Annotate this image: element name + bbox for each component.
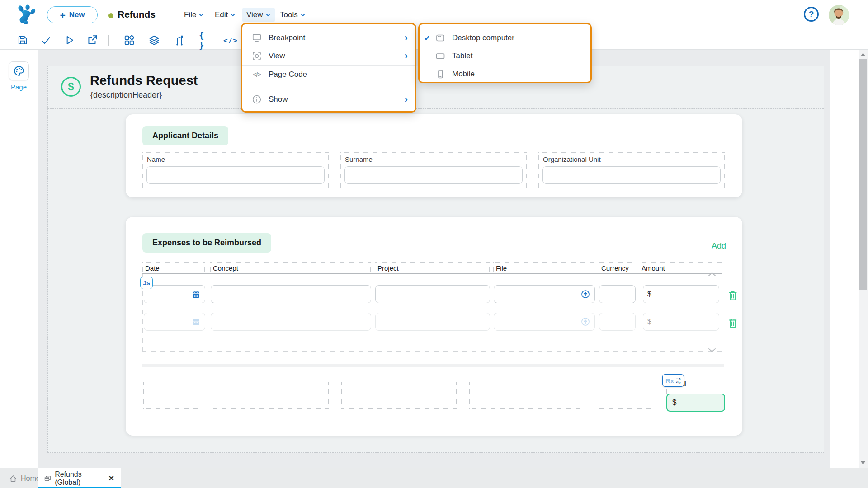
menu-tools[interactable]: Tools	[276, 8, 310, 22]
rx-formula-badge[interactable]: Rx −×a„	[662, 374, 684, 387]
expenses-section-title[interactable]: Expenses to be Reimbursed	[142, 233, 271, 253]
currency-input-row1[interactable]	[599, 285, 636, 303]
layers-button[interactable]	[148, 34, 160, 47]
project-field-row2[interactable]	[380, 318, 486, 326]
column-header-project[interactable]: Project	[375, 262, 490, 273]
upload-icon[interactable]	[580, 289, 590, 299]
export-button[interactable]	[86, 34, 99, 47]
chevron-right-icon: ›	[405, 33, 408, 43]
currency-input-row2[interactable]	[599, 313, 636, 331]
project-input-row1[interactable]	[375, 285, 490, 303]
js-event-badge[interactable]: Js	[140, 277, 153, 289]
delete-row2-trash-icon[interactable]	[727, 317, 738, 329]
project-input-row2[interactable]	[375, 313, 490, 331]
footer-cell-file[interactable]	[469, 382, 584, 409]
date-field-row2[interactable]	[148, 318, 191, 326]
new-button-label: New	[69, 10, 85, 19]
tab-refunds-global[interactable]: Refunds (Global) ✕	[38, 468, 121, 488]
currency-field-row2[interactable]	[604, 318, 631, 326]
menu-edit[interactable]: Edit	[211, 8, 240, 22]
submenu-item-desktop[interactable]: ✓ Desktop computer	[420, 29, 590, 47]
flow-connector-button[interactable]	[173, 34, 186, 47]
dollar-glyph: $	[68, 80, 74, 93]
check-icon: ✓	[424, 33, 433, 43]
file-field-row1[interactable]	[498, 290, 580, 298]
panel-pages-icon	[44, 474, 51, 483]
field-group-org-unit[interactable]: Organizational Unit	[538, 152, 725, 192]
layers-icon	[148, 34, 160, 46]
menu-view[interactable]: View	[242, 8, 275, 22]
applicant-section-title[interactable]: Applicant Details	[142, 126, 228, 145]
surname-input[interactable]	[349, 171, 518, 179]
project-field-row1[interactable]	[380, 290, 486, 298]
vertical-scrollbar[interactable]	[859, 50, 868, 468]
field-group-surname[interactable]: Surname	[340, 152, 527, 192]
currency-field-row1[interactable]	[604, 290, 631, 298]
amount-field-row2[interactable]	[654, 318, 715, 326]
new-button[interactable]: + New	[47, 6, 98, 23]
field-group-name[interactable]: Name	[142, 152, 329, 192]
page-panel-button[interactable]	[9, 61, 29, 80]
calendar-icon[interactable]	[191, 290, 201, 299]
footer-cell-date[interactable]	[143, 382, 202, 409]
column-header-date[interactable]: Date	[142, 262, 205, 273]
amount-input-row2[interactable]: $	[643, 313, 719, 331]
file-input-row2[interactable]	[494, 313, 595, 331]
org-unit-input[interactable]	[547, 171, 716, 179]
expense-row-2: $	[143, 313, 723, 331]
total-amount-input[interactable]: $	[666, 394, 725, 412]
menu-item-page-code[interactable]: </> Page Code	[242, 66, 415, 84]
file-field-row2[interactable]	[498, 318, 580, 326]
footer-cell-currency[interactable]	[597, 382, 655, 409]
scrollbar-thumb[interactable]	[859, 59, 867, 290]
delete-row1-trash-icon[interactable]	[727, 290, 738, 301]
page-panel-label: Page	[0, 83, 38, 91]
menu-file[interactable]: File	[180, 8, 208, 22]
concept-input-row1[interactable]	[211, 285, 371, 303]
validate-button[interactable]	[39, 34, 52, 47]
date-input-row1[interactable]	[144, 285, 205, 303]
concept-field-row1[interactable]	[215, 290, 367, 298]
mobile-label: Mobile	[452, 70, 583, 79]
components-button[interactable]	[123, 34, 136, 47]
run-button[interactable]	[63, 34, 75, 47]
applicant-details-card[interactable]: Applicant Details Name Surname Organizat…	[126, 114, 742, 197]
amount-input-row1[interactable]: $	[643, 285, 719, 303]
form-title[interactable]: Refunds Request	[90, 73, 198, 88]
column-header-file[interactable]: File	[493, 262, 594, 273]
menu-item-show[interactable]: Show ›	[242, 90, 415, 108]
variables-button[interactable]: { }	[199, 34, 212, 47]
column-header-concept[interactable]: Concept	[210, 262, 371, 273]
toolbar-divider	[108, 35, 109, 46]
file-input-row1[interactable]	[494, 285, 595, 303]
help-button[interactable]: ?	[804, 7, 819, 22]
add-row-link[interactable]: Add	[712, 241, 726, 251]
concept-input-row2[interactable]	[211, 313, 371, 331]
app-logo-icon[interactable]	[15, 4, 37, 26]
concept-field-row2[interactable]	[215, 318, 367, 326]
menu-item-view[interactable]: View ›	[242, 47, 415, 65]
date-field-row1[interactable]	[148, 290, 191, 298]
upload-icon	[580, 317, 590, 327]
date-input-row2[interactable]	[144, 313, 205, 331]
form-subtitle[interactable]: {descriptionHeader}	[90, 90, 162, 100]
expenses-card[interactable]: Expenses to be Reimbursed Add Date Conce…	[126, 217, 742, 436]
save-button[interactable]	[16, 34, 29, 47]
check-icon	[40, 34, 52, 46]
rows-scroll-up-icon[interactable]	[708, 272, 717, 277]
name-input[interactable]	[151, 171, 320, 179]
menu-item-breakpoint[interactable]: Breakpoint ›	[242, 29, 415, 47]
scrollbar-up-arrow[interactable]	[861, 53, 865, 56]
footer-cell-concept[interactable]	[213, 382, 329, 409]
source-code-button[interactable]: </>	[224, 34, 237, 47]
footer-cell-project[interactable]	[341, 382, 457, 409]
scrollbar-down-arrow[interactable]	[861, 461, 865, 465]
amount-field-row1[interactable]	[654, 290, 715, 298]
user-avatar[interactable]	[829, 5, 849, 25]
tab-close-icon[interactable]: ✕	[108, 474, 114, 483]
submenu-item-mobile[interactable]: Mobile	[420, 65, 590, 83]
rows-scroll-down-icon[interactable]	[708, 347, 717, 353]
column-header-currency[interactable]: Currency	[599, 262, 635, 273]
menu-tools-label: Tools	[280, 10, 298, 19]
submenu-item-tablet[interactable]: Tablet	[420, 47, 590, 65]
